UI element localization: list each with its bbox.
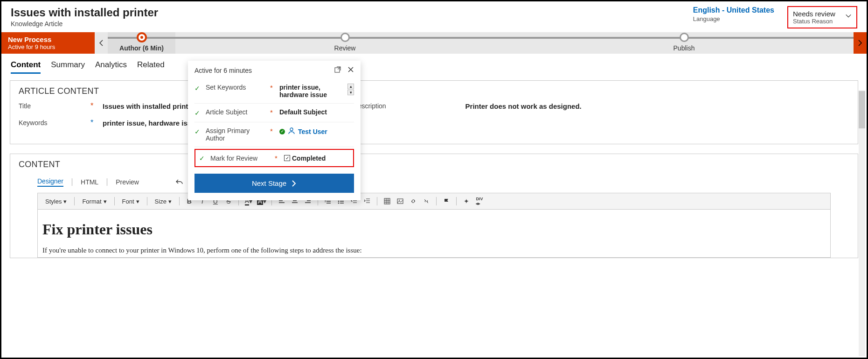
mark-for-review-row: ✓ Mark for Review * ✓ Completed xyxy=(194,149,354,167)
assign-author-value[interactable]: ✓ Test User xyxy=(279,127,354,136)
article-content-panel: ARTICLE CONTENT Title * Issues with inst… xyxy=(10,80,858,144)
content-heading: CONTENT xyxy=(19,160,849,169)
presence-icon: ✓ xyxy=(279,129,285,134)
process-duration: Active for 9 hours xyxy=(8,43,88,50)
process-header[interactable]: New Process Active for 9 hours xyxy=(1,32,95,54)
author-name: Test User xyxy=(298,128,327,135)
entity-type: Knowledge Article xyxy=(11,20,158,28)
stage-publish-indicator xyxy=(680,33,689,42)
separator xyxy=(107,178,107,186)
checkbox-icon[interactable]: ✓ xyxy=(284,155,290,161)
article-subject-label: Article Subject xyxy=(206,108,266,116)
svg-rect-5 xyxy=(384,198,390,204)
keywords-value[interactable]: printer issue, hardware issue xyxy=(103,119,200,127)
editor-body[interactable]: Fix printer issues If you're unable to c… xyxy=(37,210,831,258)
spinner-up-icon[interactable]: ▴ xyxy=(347,84,354,89)
required-icon: * xyxy=(270,108,276,116)
editor-tab-preview[interactable]: Preview xyxy=(116,178,139,186)
content-heading-text: Fix printer issues xyxy=(42,221,826,238)
status-label: Status Reason xyxy=(793,18,838,25)
styles-dropdown[interactable]: Styles ▾ xyxy=(42,197,69,206)
undo-icon[interactable] xyxy=(174,177,185,187)
tab-content[interactable]: Content xyxy=(11,60,41,74)
process-prev-button[interactable] xyxy=(95,32,108,54)
language-label: Language xyxy=(693,15,774,22)
required-icon: * xyxy=(270,84,276,92)
image-icon[interactable] xyxy=(395,196,405,206)
table-icon[interactable] xyxy=(382,196,392,206)
mark-review-value: Completed xyxy=(292,155,326,162)
svg-point-4 xyxy=(338,203,340,204)
description-label: Description xyxy=(354,102,419,110)
next-stage-button[interactable]: Next Stage xyxy=(194,174,354,193)
process-next-button[interactable] xyxy=(854,32,867,54)
svg-point-7 xyxy=(399,200,400,201)
unlink-icon[interactable] xyxy=(421,196,431,206)
assign-author-label: Assign Primary Author xyxy=(206,127,266,142)
tab-related[interactable]: Related xyxy=(137,60,165,74)
font-dropdown[interactable]: Font ▾ xyxy=(119,197,142,206)
mark-review-label: Mark for Review xyxy=(210,155,271,162)
stage-author[interactable]: Author (6 Min) xyxy=(108,32,175,54)
link-icon[interactable] xyxy=(408,196,418,206)
flyout-title: Active for 6 minutes xyxy=(194,67,252,74)
flag-icon[interactable] xyxy=(441,196,451,206)
stage-track xyxy=(108,37,854,39)
title-label: Title xyxy=(19,102,84,110)
chevron-down-icon xyxy=(845,13,852,21)
content-editor-panel: CONTENT Designer HTML Preview Styles ▾ F… xyxy=(10,154,858,258)
editor-tab-html[interactable]: HTML xyxy=(81,178,98,186)
size-dropdown[interactable]: Size ▾ xyxy=(152,197,174,206)
status-value: Needs review xyxy=(793,10,838,18)
required-icon: * xyxy=(270,127,276,135)
tab-summary[interactable]: Summary xyxy=(51,60,85,74)
check-icon: ✓ xyxy=(194,128,202,136)
keywords-label: Keywords xyxy=(19,119,84,127)
article-content-heading: ARTICLE CONTENT xyxy=(19,86,849,96)
div-icon[interactable]: DIV◂▸ xyxy=(474,196,485,206)
svg-point-9 xyxy=(290,128,293,131)
separator xyxy=(72,178,72,186)
description-value[interactable]: Printer does not work as designed. xyxy=(465,102,582,110)
check-icon: ✓ xyxy=(194,84,202,92)
sparkle-icon[interactable]: ✦ xyxy=(461,196,472,206)
content-paragraph: If you're unable to connect to your prin… xyxy=(42,246,826,254)
close-icon[interactable] xyxy=(347,66,354,74)
editor-tab-designer[interactable]: Designer xyxy=(37,177,63,187)
stage-publish[interactable]: Publish xyxy=(514,32,854,54)
indent-icon[interactable] xyxy=(362,196,372,206)
status-dropdown[interactable]: Needs review Status Reason xyxy=(787,6,857,28)
check-icon: ✓ xyxy=(194,109,202,117)
scrollbar-thumb[interactable] xyxy=(859,91,865,128)
set-keywords-label: Set Keywords xyxy=(206,84,266,91)
tab-analytics[interactable]: Analytics xyxy=(95,60,127,74)
vertical-scrollbar[interactable] xyxy=(859,90,865,356)
set-keywords-value[interactable]: printer issue, hardware issue xyxy=(279,84,344,99)
popout-icon[interactable] xyxy=(334,66,341,74)
user-icon xyxy=(288,127,295,136)
title-value[interactable]: Issues with installed printer xyxy=(103,102,195,110)
process-name: New Process xyxy=(8,35,88,43)
editor-toolbar: Styles ▾ Format ▾ Font ▾ Size ▾ B I U S … xyxy=(37,193,831,210)
article-subject-value[interactable]: Default Subject xyxy=(279,108,354,116)
stage-flyout: Active for 6 minutes ✓ Set Keywords * pr… xyxy=(188,61,361,200)
stage-review-label: Review xyxy=(334,44,356,52)
stage-review[interactable]: Review xyxy=(175,32,514,54)
spinner-down-icon[interactable]: ▾ xyxy=(347,90,354,95)
format-dropdown[interactable]: Format ▾ xyxy=(79,197,109,206)
recommended-icon: * xyxy=(90,119,96,127)
required-icon: * xyxy=(275,154,280,162)
stage-review-indicator xyxy=(340,33,350,42)
check-icon: ✓ xyxy=(199,155,207,162)
stage-publish-label: Publish xyxy=(674,44,695,52)
next-stage-label: Next Stage xyxy=(252,179,286,187)
stage-author-label: Author (6 Min) xyxy=(119,44,164,52)
language-value[interactable]: English - United States xyxy=(693,6,774,14)
stage-author-indicator xyxy=(137,32,147,42)
required-icon: * xyxy=(90,102,96,110)
page-title: Issues with installed printer xyxy=(11,6,158,19)
svg-point-3 xyxy=(338,201,340,202)
